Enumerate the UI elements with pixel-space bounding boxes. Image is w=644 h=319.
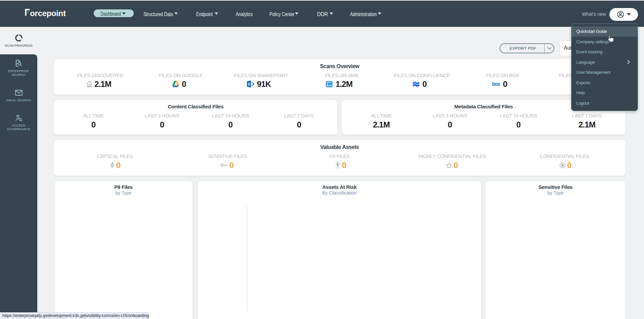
svg-text:S: S [248, 82, 250, 86]
svg-text:CIFS: CIFS [328, 84, 332, 86]
